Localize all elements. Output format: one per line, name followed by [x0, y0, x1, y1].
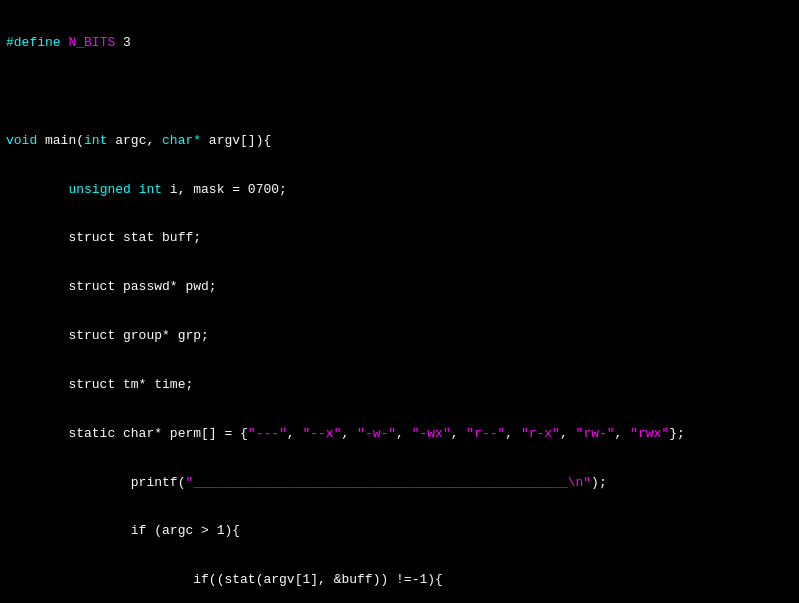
perm-decl: static char* perm[] = {: [6, 426, 248, 441]
comma6: ,: [560, 426, 576, 441]
define-keyword: #define: [6, 35, 68, 50]
void-keyword: void: [6, 133, 37, 148]
code-if-argc: if (argc > 1){: [6, 522, 793, 541]
str3: "-w-": [357, 426, 396, 441]
comma7: ,: [615, 426, 631, 441]
str5: "r--": [466, 426, 505, 441]
code-unsigned: unsigned int i, mask = 0700;: [6, 181, 793, 200]
printf1-indent: printf(: [6, 475, 185, 490]
str1: "---": [248, 426, 287, 441]
define-name: N_BITS: [68, 35, 115, 50]
blank-line: [6, 83, 793, 102]
stat-indent: if((stat(argv[1], &buff)) !=-1){: [6, 572, 443, 587]
if-indent: if (argc > 1){: [6, 523, 240, 538]
str7: "rw-": [576, 426, 615, 441]
code-line-define: #define N_BITS 3: [6, 34, 793, 53]
code-printf1: printf("________________________________…: [6, 474, 793, 493]
indent3: struct passwd* pwd;: [6, 279, 217, 294]
code-passwd: struct passwd* pwd;: [6, 278, 793, 297]
comma5: ,: [505, 426, 521, 441]
argv: argv[]){: [201, 133, 271, 148]
int-keyword: int: [84, 133, 107, 148]
indent5: struct tm* time;: [6, 377, 193, 392]
printf1-close: );: [591, 475, 607, 490]
define-value: 3: [115, 35, 131, 50]
comma3: ,: [396, 426, 412, 441]
unsigned-keyword: unsigned int: [68, 182, 162, 197]
indent4: struct group* grp;: [6, 328, 209, 343]
indent1: [6, 182, 68, 197]
var-mask: i, mask = 0700;: [162, 182, 287, 197]
arr-close: };: [669, 426, 685, 441]
str4: "-wx": [412, 426, 451, 441]
str2: "--x": [302, 426, 341, 441]
argc: argc,: [107, 133, 162, 148]
main-func: main(: [37, 133, 84, 148]
code-group: struct group* grp;: [6, 327, 793, 346]
str6: "r-x": [521, 426, 560, 441]
printf1-str: "_______________________________________…: [185, 475, 591, 490]
terminal-window: #define N_BITS 3 void main(int argc, cha…: [0, 0, 799, 603]
code-main-sig: void main(int argc, char* argv[]){: [6, 132, 793, 151]
char-keyword: char*: [162, 133, 201, 148]
code-tm: struct tm* time;: [6, 376, 793, 395]
str8: "rwx": [630, 426, 669, 441]
indent2: struct stat buff;: [6, 230, 201, 245]
code-perm-arr: static char* perm[] = {"---", "--x", "-w…: [6, 425, 793, 444]
comma1: ,: [287, 426, 303, 441]
code-stat: struct stat buff;: [6, 229, 793, 248]
code-if-stat: if((stat(argv[1], &buff)) !=-1){: [6, 571, 793, 590]
comma2: ,: [341, 426, 357, 441]
comma4: ,: [451, 426, 467, 441]
